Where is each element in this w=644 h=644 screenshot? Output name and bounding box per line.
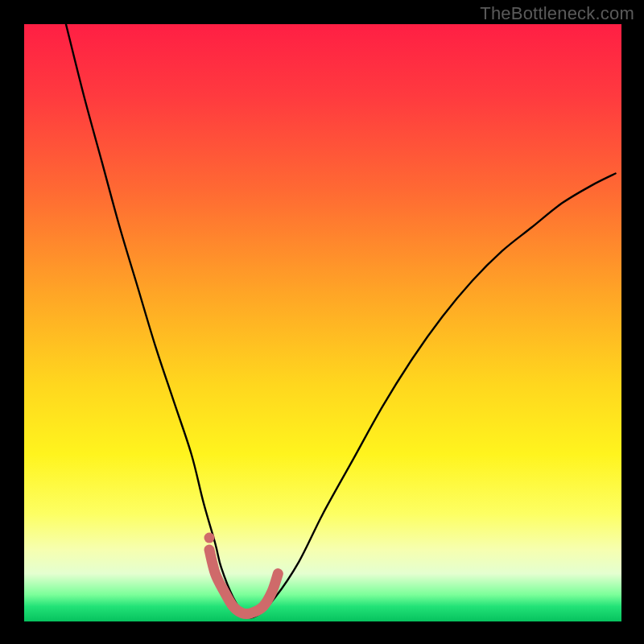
watermark-text: TheBottleneck.com — [480, 3, 634, 24]
optimum-zone-dot — [204, 533, 215, 543]
bottleneck-chart — [0, 0, 644, 644]
plot-background — [24, 24, 621, 621]
